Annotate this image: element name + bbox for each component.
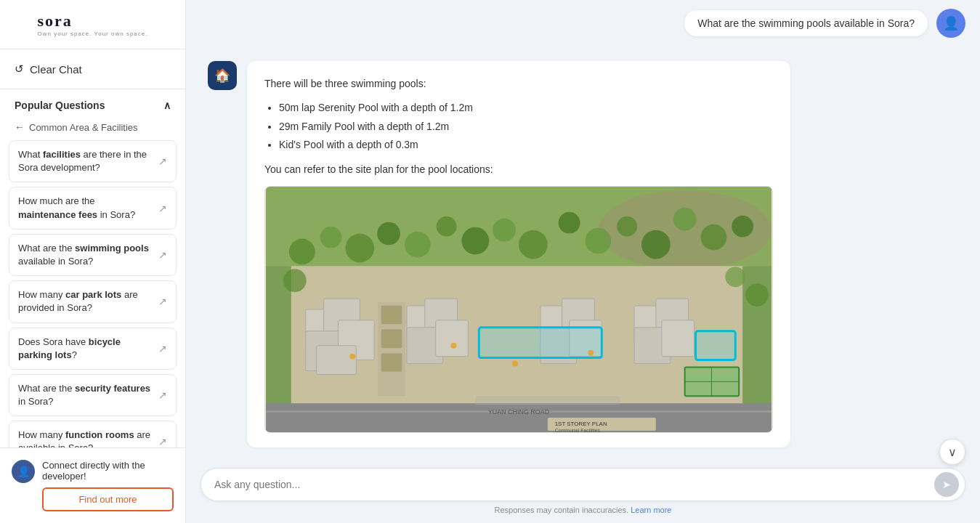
disclaimer-text: Responses may contain inaccuracies. Lear… <box>201 501 965 517</box>
svg-point-22 <box>701 224 727 251</box>
svg-text:Communal Facilities: Communal Facilities <box>555 428 601 432</box>
connect-section: 👤 Connect directly with the developer! F… <box>0 447 185 523</box>
question-text: How much are the maintenance fees in Sor… <box>18 195 158 221</box>
svg-point-18 <box>585 228 611 254</box>
logo-tagline: Own your space. Your own space. <box>38 31 148 37</box>
question-item[interactable]: Does Sora have bicycle parking lots?↗ <box>9 328 177 370</box>
bot-avatar: 🏠 <box>208 61 237 90</box>
bot-message-row: 🏠 There will be three swimming pools: 50… <box>208 61 958 447</box>
bot-icon: 🏠 <box>214 68 230 84</box>
logo: sora <box>38 12 148 31</box>
connect-box: 👤 Connect directly with the developer! F… <box>12 460 174 511</box>
svg-point-20 <box>641 230 671 259</box>
svg-text:YUAN CHING ROAD: YUAN CHING ROAD <box>488 408 550 415</box>
pool-item-2: 29m Family Pool with a depth of 1.2m <box>279 118 773 136</box>
svg-point-9 <box>320 227 342 248</box>
back-arrow-icon: ← <box>15 121 25 133</box>
sidebar: sora Own your space. Your own space. ↺ C… <box>0 0 186 523</box>
svg-point-56 <box>512 361 518 367</box>
site-plan-image: YUAN CHING ROAD 1ST STOREY PLAN Communal… <box>264 186 773 433</box>
arrow-icon: ↗ <box>158 249 167 261</box>
arrow-icon: ↗ <box>158 389 167 401</box>
breadcrumb[interactable]: ← Common Area & Facilities <box>0 118 185 140</box>
svg-point-16 <box>519 230 548 259</box>
connect-icon: 👤 <box>12 460 35 483</box>
send-icon: ➤ <box>942 479 951 490</box>
question-text: What are the swimming pools available in… <box>18 242 158 268</box>
svg-rect-53 <box>475 397 620 405</box>
arrow-icon: ↗ <box>158 155 167 167</box>
user-query-bubble: What are the swimming pools available in… <box>684 10 928 36</box>
arrow-icon: ↗ <box>158 203 167 214</box>
input-area: ➤ Responses may contain inaccuracies. Le… <box>186 459 980 523</box>
question-item[interactable]: How many function rooms are available in… <box>9 421 177 447</box>
chevron-up-icon: ∧ <box>163 100 171 111</box>
question-text: What facilities are there in the Sora de… <box>18 148 158 174</box>
question-item[interactable]: How much are the maintenance fees in Sor… <box>9 187 177 229</box>
svg-text:1ST STOREY PLAN: 1ST STOREY PLAN <box>555 421 607 427</box>
popular-questions-label: Popular Questions <box>15 100 105 111</box>
popular-questions-header: Popular Questions ∧ <box>0 89 185 118</box>
question-text: How many car park lots are provided in S… <box>18 288 158 315</box>
question-item[interactable]: What are the swimming pools available in… <box>9 234 177 276</box>
chat-area[interactable]: 🏠 There will be three swimming pools: 50… <box>186 46 980 459</box>
svg-point-24 <box>283 269 307 293</box>
svg-rect-39 <box>381 354 402 372</box>
clear-chat-button[interactable]: ↺ Clear Chat <box>0 49 185 89</box>
svg-point-17 <box>559 212 580 234</box>
question-list: What facilities are there in the Sora de… <box>0 140 185 447</box>
svg-point-8 <box>289 239 315 265</box>
site-plan-note: You can refer to the site plan for the p… <box>264 161 773 177</box>
svg-point-54 <box>349 354 355 360</box>
svg-point-25 <box>725 267 745 288</box>
svg-point-10 <box>345 234 374 263</box>
svg-point-19 <box>617 216 637 237</box>
user-avatar: 👤 <box>936 9 965 38</box>
svg-rect-47 <box>662 320 694 357</box>
svg-point-23 <box>732 216 753 238</box>
svg-rect-48 <box>479 328 602 358</box>
disclaimer-label: Responses may contain inaccuracies. <box>495 506 629 514</box>
person-icon: 👤 <box>17 466 30 477</box>
main-content: What are the swimming pools available in… <box>186 0 980 523</box>
find-out-more-button[interactable]: Find out more <box>42 487 174 511</box>
breadcrumb-label: Common Area & Facilities <box>29 122 138 133</box>
top-bar: What are the swimming pools available in… <box>186 0 980 46</box>
pool-item-3: Kid's Pool with a depth of 0.3m <box>279 136 773 154</box>
connect-title: Connect directly with the developer! <box>42 460 174 482</box>
chat-input[interactable] <box>214 471 934 498</box>
popular-questions-section: Popular Questions ∧ ← Common Area & Faci… <box>0 89 185 447</box>
svg-point-13 <box>437 216 457 237</box>
question-text: Does Sora have bicycle parking lots? <box>18 336 158 362</box>
svg-point-55 <box>451 343 457 349</box>
learn-more-link[interactable]: Learn more <box>631 506 671 514</box>
arrow-icon: ↗ <box>158 343 167 354</box>
refresh-icon: ↺ <box>15 62 24 76</box>
svg-point-26 <box>745 284 769 307</box>
svg-rect-38 <box>381 330 402 348</box>
send-button[interactable]: ➤ <box>934 472 959 497</box>
bot-intro: There will be three swimming pools: <box>264 76 773 92</box>
chevron-down-icon: ∨ <box>948 445 957 459</box>
logo-area: sora Own your space. Your own space. <box>0 0 185 49</box>
svg-point-15 <box>493 219 516 242</box>
svg-point-14 <box>461 227 489 255</box>
svg-point-11 <box>377 222 400 246</box>
scroll-bottom-button[interactable]: ∨ <box>939 439 965 465</box>
question-text: How many function rooms are available in… <box>18 429 158 447</box>
svg-rect-37 <box>381 306 402 324</box>
bot-message-content: There will be three swimming pools: 50m … <box>247 61 790 447</box>
input-row: ➤ <box>201 468 965 501</box>
clear-chat-label: Clear Chat <box>30 63 82 76</box>
question-text: What are the security features in Sora? <box>18 382 158 408</box>
question-item[interactable]: What facilities are there in the Sora de… <box>9 140 177 182</box>
question-item[interactable]: What are the security features in Sora?↗ <box>9 374 177 416</box>
arrow-icon: ↗ <box>158 436 167 447</box>
svg-rect-49 <box>696 331 736 360</box>
pool-item-1: 50m lap Serenity Pool with a depth of 1.… <box>279 99 773 117</box>
svg-rect-31 <box>317 346 357 375</box>
svg-point-57 <box>588 350 594 356</box>
svg-point-12 <box>405 232 431 258</box>
svg-rect-35 <box>436 320 469 357</box>
question-item[interactable]: How many car park lots are provided in S… <box>9 280 177 323</box>
